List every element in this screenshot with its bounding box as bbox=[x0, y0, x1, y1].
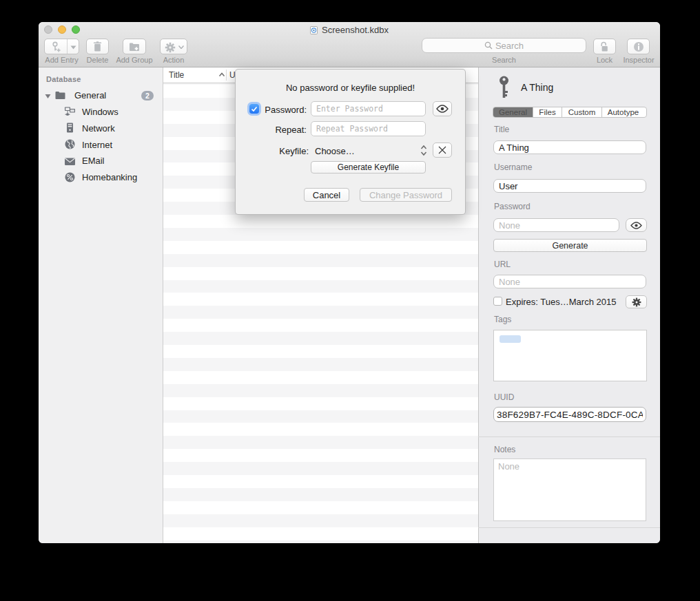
tags-label: Tags bbox=[494, 315, 511, 324]
tag-token[interactable] bbox=[500, 335, 521, 343]
inspector-bottom-divider bbox=[478, 527, 660, 528]
tags-box[interactable] bbox=[493, 330, 647, 381]
envelope-icon bbox=[64, 156, 76, 167]
notes-label: Notes bbox=[494, 445, 515, 454]
globe-icon bbox=[64, 138, 76, 150]
search-label: Search bbox=[422, 56, 586, 65]
search-placeholder: Search bbox=[495, 41, 524, 51]
chevron-down-icon bbox=[178, 45, 184, 49]
action-button[interactable] bbox=[160, 39, 187, 54]
server-icon bbox=[64, 122, 76, 134]
titlebar: Screenshot.kdbx bbox=[39, 24, 660, 36]
key-icon bbox=[498, 76, 510, 98]
sidebar-item-label: General bbox=[74, 90, 106, 101]
tab-general[interactable]: General bbox=[493, 107, 533, 117]
add-group-button[interactable] bbox=[123, 39, 146, 54]
url-field[interactable] bbox=[493, 275, 646, 288]
uuid-field[interactable] bbox=[493, 407, 646, 422]
sidebar-item-email[interactable]: EMail bbox=[39, 153, 163, 169]
eye-icon bbox=[436, 105, 449, 113]
uuid-field-wrap bbox=[493, 407, 646, 422]
gear-icon bbox=[165, 42, 176, 53]
title-field[interactable] bbox=[493, 140, 646, 154]
sidebar-item-network[interactable]: Network bbox=[39, 120, 163, 136]
sidebar-item-label: EMail bbox=[82, 156, 105, 166]
column-divider[interactable] bbox=[226, 70, 227, 81]
popover-message: No password or keyfile supplied! bbox=[236, 83, 465, 93]
sidebar-item-label: Network bbox=[82, 123, 115, 134]
entry-count-badge: 2 bbox=[141, 91, 154, 101]
reveal-password-button[interactable] bbox=[626, 218, 647, 232]
add-entry-label: Add Entry bbox=[44, 56, 79, 65]
windows-network-icon bbox=[64, 105, 76, 117]
sidebar-item-label: Windows bbox=[82, 107, 119, 117]
key-plus-icon bbox=[50, 41, 62, 53]
generate-password-button[interactable]: Generate bbox=[493, 239, 647, 252]
username-field-label: Username bbox=[494, 162, 532, 172]
repeat-label: Repeat: bbox=[260, 125, 307, 135]
sidebar-item-label: Homebanking bbox=[82, 172, 137, 182]
expires-checkbox[interactable] bbox=[493, 297, 502, 306]
password-enabled-checkbox[interactable] bbox=[249, 104, 259, 114]
password-input[interactable] bbox=[311, 101, 426, 116]
keyfile-popup-value[interactable]: Choose… bbox=[315, 146, 355, 156]
generate-keyfile-button[interactable]: Generate Keyfile bbox=[311, 161, 426, 173]
entry-title: A Thing bbox=[521, 82, 553, 93]
tab-autotype[interactable]: Autotype bbox=[602, 107, 644, 117]
uuid-field-label: UUID bbox=[494, 392, 514, 402]
delete-label: Delete bbox=[86, 56, 109, 65]
password-field-wrap bbox=[493, 218, 619, 232]
url-field-label: URL bbox=[494, 260, 511, 269]
sidebar-item-windows[interactable]: Windows bbox=[39, 103, 163, 120]
inspector-label: Inspector bbox=[622, 56, 655, 65]
delete-button[interactable] bbox=[86, 39, 109, 54]
sidebar-item-homebanking[interactable]: Homebanking bbox=[39, 169, 163, 186]
add-entry-split-divider bbox=[67, 39, 68, 54]
popup-stepper-icon[interactable] bbox=[420, 145, 427, 156]
inspector-divider bbox=[478, 436, 660, 437]
password-label: Password: bbox=[260, 105, 307, 115]
sidebar-item-label: Internet bbox=[82, 140, 112, 150]
sidebar-item-general[interactable]: General 2 bbox=[39, 87, 163, 104]
password-field[interactable] bbox=[493, 218, 619, 232]
reveal-password-button[interactable] bbox=[433, 101, 452, 116]
trash-icon bbox=[93, 41, 102, 52]
username-field[interactable] bbox=[493, 179, 646, 193]
action-label: Action bbox=[160, 56, 187, 65]
lock-button[interactable] bbox=[593, 39, 616, 54]
change-password-popover: No password or keyfile supplied! Passwor… bbox=[235, 69, 466, 215]
change-password-button[interactable]: Change Password bbox=[360, 188, 452, 202]
toolbar: Screenshot.kdbx Add Entry bbox=[39, 22, 660, 67]
folder-plus-icon bbox=[129, 42, 140, 52]
add-entry-button[interactable] bbox=[44, 39, 79, 54]
eye-icon bbox=[630, 222, 642, 229]
disclosure-triangle-icon[interactable] bbox=[44, 92, 52, 100]
close-x-icon bbox=[438, 146, 446, 154]
password-field-label: Password bbox=[494, 202, 531, 211]
tab-files[interactable]: Files bbox=[533, 107, 562, 117]
keyfile-label: Keyfile: bbox=[260, 146, 309, 156]
search-input[interactable]: Search bbox=[422, 38, 586, 53]
sidebar-item-internet[interactable]: Internet bbox=[39, 136, 163, 153]
tab-custom[interactable]: Custom bbox=[562, 107, 602, 117]
sort-ascending-icon bbox=[218, 72, 225, 78]
title-field-wrap bbox=[493, 140, 646, 154]
inspector-button[interactable] bbox=[627, 39, 650, 54]
column-header-title[interactable]: Title bbox=[169, 67, 184, 83]
unlocked-padlock-icon bbox=[599, 41, 610, 52]
username-field-wrap bbox=[493, 179, 646, 193]
url-field-wrap bbox=[493, 275, 646, 288]
title-field-label: Title bbox=[494, 125, 509, 134]
sidebar-section-header: Database bbox=[46, 75, 81, 83]
clear-keyfile-button[interactable] bbox=[433, 143, 452, 158]
info-icon bbox=[633, 41, 644, 52]
checkmark-icon bbox=[251, 106, 258, 112]
notes-field[interactable] bbox=[493, 458, 646, 521]
app-window: Screenshot.kdbx Add Entry bbox=[39, 22, 660, 543]
cancel-button[interactable]: Cancel bbox=[304, 188, 349, 202]
add-group-label: Add Group bbox=[113, 56, 156, 65]
document-proxy-icon bbox=[310, 26, 318, 34]
window-title: Screenshot.kdbx bbox=[322, 25, 389, 35]
repeat-password-input[interactable] bbox=[311, 121, 426, 136]
expires-settings-button[interactable] bbox=[626, 295, 647, 308]
